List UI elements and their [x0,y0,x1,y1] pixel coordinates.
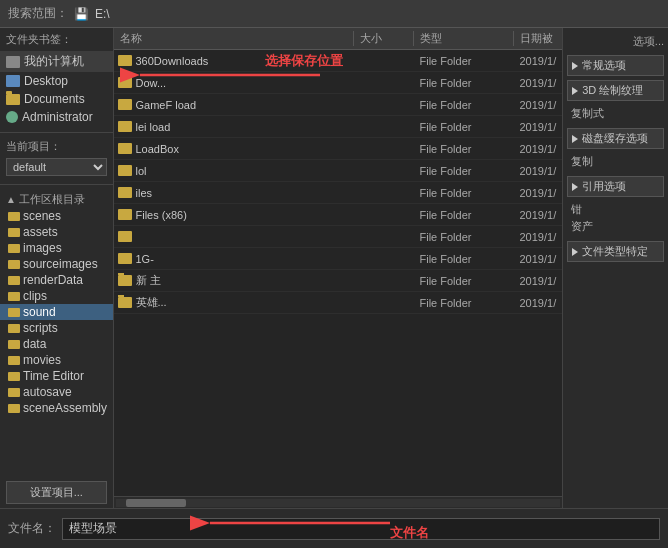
section-disk-cache[interactable]: 磁盘缓存选项 [567,128,664,149]
ws-movies[interactable]: movies [0,352,113,368]
ws-folder-icon [8,260,20,269]
file-row-name-8 [114,231,354,242]
ws-scenes[interactable]: scenes [0,208,113,224]
workspace-label: ▲ 工作区根目录 [0,189,113,208]
file-row-date-9: 2019/1/ [514,253,563,265]
ws-images[interactable]: images [0,240,113,256]
ws-autosave[interactable]: autosave [0,384,113,400]
ws-sound[interactable]: sound [0,304,113,320]
file-row[interactable]: Files (x86) File Folder 2019/1/ [114,204,563,226]
center-panel: 名称 大小 类型 日期被 360Downloads File Folder 20… [114,28,563,508]
scroll-track[interactable] [116,499,561,507]
file-row-type-3: File Folder [414,121,514,133]
bookmark-admin-label: Administrator [22,110,93,124]
bookmark-admin[interactable]: Administrator [0,108,113,126]
ws-renderdata[interactable]: renderData [0,272,113,288]
file-row-name-3: lei load [114,121,354,133]
ws-clips[interactable]: clips [0,288,113,304]
file-row[interactable]: iles File Folder 2019/1/ [114,182,563,204]
section-3d-label: 3D 绘制纹理 [582,83,643,98]
ws-folder-icon [8,276,20,285]
ws-timeeditor[interactable]: Time Editor [0,368,113,384]
folder-icon [118,99,132,110]
section-general-label: 常规选项 [582,58,626,73]
file-list: 360Downloads File Folder 2019/1/ Dow... … [114,50,563,496]
file-row-type-2: File Folder [414,99,514,111]
file-row-date-7: 2019/1/ [514,209,563,221]
folder-icon [118,121,132,132]
file-row-name-9: 1G- [114,253,354,265]
current-project-label: 当前项目： [6,139,61,154]
file-row-type-9: File Folder [414,253,514,265]
divider-2 [0,184,113,185]
col-header-type: 类型 [414,31,514,46]
drive-path: E:\ [95,7,110,21]
bookmark-documents-label: Documents [24,92,85,106]
section-3d-paint[interactable]: 3D 绘制纹理 [567,80,664,101]
bookmark-computer[interactable]: 我的计算机 [0,51,113,72]
section-ref-item-1[interactable]: 资产 [571,218,660,235]
desktop-icon [6,75,20,87]
file-row-type-0: File Folder [414,55,514,67]
ws-data[interactable]: data [0,336,113,352]
section-filetype[interactable]: 文件类型特定 [567,241,664,262]
folder-icon [118,253,132,264]
ws-folder-icon [8,308,20,317]
file-row-date-0: 2019/1/ [514,55,563,67]
bookmark-computer-label: 我的计算机 [24,53,84,70]
file-row[interactable]: File Folder 2019/1/ [114,226,563,248]
file-row-name-1: Dow... [114,77,354,89]
set-project-button[interactable]: 设置项目... [6,481,107,504]
col-header-size: 大小 [354,31,414,46]
project-label-row: 当前项目： [0,137,113,156]
filename-input[interactable] [62,518,660,540]
project-select-row: default [0,156,113,180]
triangle-icon [572,135,578,143]
ws-folder-icon [8,372,20,381]
ws-sceneassembly[interactable]: sceneAssembly ▼ [0,400,113,416]
scroll-thumb[interactable] [126,499,186,507]
file-row-name-4: LoadBox [114,143,354,155]
folder-icon [118,165,132,176]
file-row[interactable]: 新 主 File Folder 2019/1/ [114,270,563,292]
section-disk-content: 复制 [567,151,664,172]
file-row-name-0: 360Downloads [114,55,354,67]
file-row[interactable]: 360Downloads File Folder 2019/1/ [114,50,563,72]
file-row-name-2: GameF load [114,99,354,111]
file-row[interactable]: GameF load File Folder 2019/1/ [114,94,563,116]
bookmark-desktop[interactable]: Desktop [0,72,113,90]
file-row[interactable]: Dow... File Folder 2019/1/ [114,72,563,94]
file-row[interactable]: 英雄... File Folder 2019/1/ [114,292,563,314]
workspace-label-icon: ▲ [6,194,16,205]
ws-assets[interactable]: assets [0,224,113,240]
file-row-name-11: 英雄... [114,295,354,310]
file-row[interactable]: lol File Folder 2019/1/ [114,160,563,182]
file-row[interactable]: lei load File Folder 2019/1/ [114,116,563,138]
section-3d-item-0[interactable]: 复制式 [571,105,660,122]
file-row-date-6: 2019/1/ [514,187,563,199]
ws-sourceimages[interactable]: sourceimages [0,256,113,272]
file-row[interactable]: 1G- File Folder 2019/1/ [114,248,563,270]
file-row-type-6: File Folder [414,187,514,199]
file-row[interactable]: LoadBox File Folder 2019/1/ [114,138,563,160]
left-panel: 文件夹书签： 我的计算机 Desktop Documents Administr… [0,28,114,508]
triangle-icon [572,87,578,95]
ws-folder-icon [8,244,20,253]
horizontal-scrollbar[interactable] [114,496,563,508]
file-row-type-5: File Folder [414,165,514,177]
folder-icon [118,297,132,308]
col-header-date: 日期被 [514,31,563,46]
section-general-options[interactable]: 常规选项 [567,55,664,76]
bookmark-documents[interactable]: Documents [0,90,113,108]
section-reference-options[interactable]: 引用选项 [567,176,664,197]
project-select[interactable]: default [6,158,107,176]
file-row-name-5: lol [114,165,354,177]
ws-folder-icon [8,212,20,221]
section-disk-item-0[interactable]: 复制 [571,153,660,170]
triangle-icon [572,248,578,256]
file-row-type-11: File Folder [414,297,514,309]
ws-folder-icon [8,292,20,301]
section-ref-item-0[interactable]: 钳 [571,201,660,218]
ws-scripts[interactable]: scripts [0,320,113,336]
ws-folder-icon [8,388,20,397]
